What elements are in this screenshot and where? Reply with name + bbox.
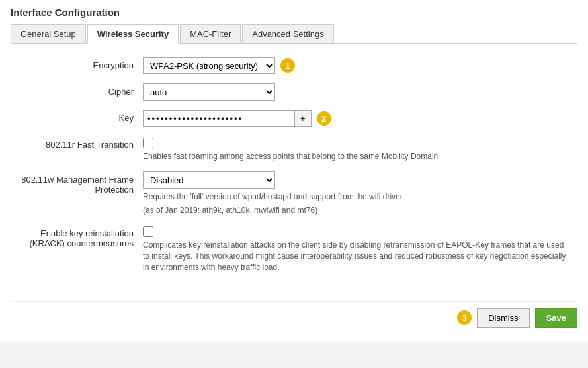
fast-transition-control: Enables fast roaming among access points… <box>143 136 577 162</box>
mgmt-frame-label: 802.11w Management Frame Protection <box>11 171 143 195</box>
fast-transition-label: 802.11r Fast Transition <box>11 136 143 150</box>
mgmt-frame-control: Disabled Optional Required Requires the … <box>143 171 577 216</box>
fast-transition-desc: Enables fast roaming among access points… <box>143 151 438 162</box>
mgmt-frame-desc1: Requires the 'full' version of wpad/host… <box>143 191 403 203</box>
mgmt-frame-select[interactable]: Disabled Optional Required <box>143 171 275 189</box>
key-input[interactable] <box>143 110 295 127</box>
tab-bar: General Setup Wireless Security MAC-Filt… <box>11 24 577 44</box>
krack-checkbox[interactable] <box>143 226 153 237</box>
krack-desc: Complicates key reinstallation attacks o… <box>143 240 566 273</box>
tab-advanced-settings[interactable]: Advanced Settings <box>242 24 333 43</box>
fast-transition-row: 802.11r Fast Transition Enables fast roa… <box>11 136 577 162</box>
mgmt-frame-row: 802.11w Management Frame Protection Disa… <box>11 171 577 216</box>
fast-transition-checkbox[interactable] <box>143 138 153 148</box>
key-row: Key + 2 <box>11 110 577 127</box>
key-toggle-button[interactable]: + <box>295 110 312 127</box>
save-button[interactable]: Save <box>535 308 577 328</box>
cipher-row: Cipher auto CCMP (AES) TKIP TKIP+CCMP <box>11 83 577 101</box>
footer-badge: 3 <box>457 310 472 325</box>
krack-label: Enable key reinstallation (KRACK) counte… <box>11 225 143 248</box>
encryption-badge: 1 <box>280 58 295 73</box>
encryption-label: Encryption <box>11 57 143 70</box>
key-badge: 2 <box>317 111 331 126</box>
krack-control: Complicates key reinstallation attacks o… <box>143 225 577 273</box>
footer: 3 Dismiss Save <box>11 301 577 328</box>
krack-row: Enable key reinstallation (KRACK) counte… <box>11 225 577 273</box>
form-section: Encryption No Encryption WEP Open System… <box>11 54 577 285</box>
encryption-control: No Encryption WEP Open System WEP Shared… <box>143 57 577 74</box>
key-label: Key <box>11 110 143 123</box>
encryption-row: Encryption No Encryption WEP Open System… <box>11 57 577 74</box>
cipher-select[interactable]: auto CCMP (AES) TKIP TKIP+CCMP <box>143 83 275 101</box>
cipher-label: Cipher <box>11 83 143 97</box>
encryption-select[interactable]: No Encryption WEP Open System WEP Shared… <box>143 57 275 74</box>
tab-mac-filter[interactable]: MAC-Filter <box>180 24 241 43</box>
dismiss-button[interactable]: Dismiss <box>477 308 530 328</box>
key-control: + 2 <box>143 110 577 127</box>
cipher-control: auto CCMP (AES) TKIP TKIP+CCMP <box>143 83 577 101</box>
tab-general-setup[interactable]: General Setup <box>11 24 86 43</box>
tab-wireless-security[interactable]: Wireless Security <box>87 24 179 44</box>
page-title: Interface Configuration <box>11 7 577 18</box>
mgmt-frame-desc2: (as of Jan 2019: ath9k, ath10k, mwlwifi … <box>143 205 317 216</box>
